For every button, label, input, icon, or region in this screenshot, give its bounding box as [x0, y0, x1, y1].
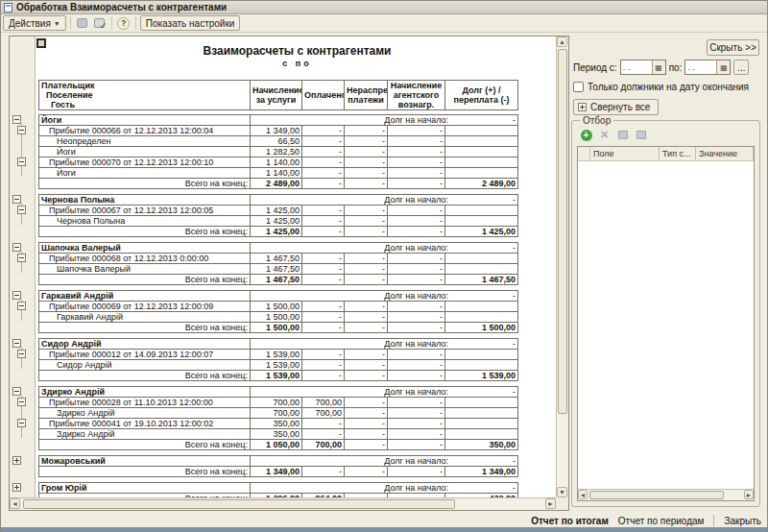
scroll-left-icon[interactable]: ◄ [10, 498, 20, 509]
collapse-group-icon[interactable] [12, 387, 21, 396]
amount-cell: - [345, 302, 388, 312]
scroll-right-icon[interactable]: ► [744, 490, 754, 499]
amount-cell: 1 050,00 [251, 440, 302, 450]
amount-cell [445, 419, 518, 429]
scroll-down-icon[interactable]: ▼ [557, 487, 567, 497]
amount-cell: - [388, 147, 445, 157]
chevron-down-icon: ▼ [54, 20, 60, 27]
expand-group-icon[interactable] [12, 456, 21, 465]
total-label-cell: Всего на конец: [39, 275, 251, 285]
vertical-scroll-thumb[interactable] [558, 49, 567, 414]
amount-cell [445, 126, 518, 136]
vertical-scrollbar[interactable]: ▲ ▼ [556, 36, 568, 497]
delete-filter-icon[interactable]: ✕ [598, 129, 611, 141]
filter-scroll-thumb[interactable] [589, 491, 724, 499]
window-title: Обработка Взаиморасчеты с контрагентами [16, 2, 227, 12]
collapse-document-icon[interactable] [17, 157, 26, 166]
group-header-row: Здирко АндрійДолг на начало:- [39, 387, 518, 398]
document-check-icon[interactable] [92, 15, 108, 31]
collapse-document-icon[interactable] [17, 419, 26, 427]
close-button[interactable]: Закрыть [724, 516, 761, 526]
total-label-cell: Всего на конец: [39, 440, 251, 450]
debtors-checkbox[interactable] [573, 82, 584, 92]
collapse-group-icon[interactable] [12, 195, 21, 204]
collapse-document-icon[interactable] [17, 126, 26, 134]
amount-cell: - [388, 398, 445, 408]
scroll-right-icon[interactable]: ► [545, 498, 556, 509]
amount-cell [445, 147, 518, 157]
main-toolbar: Действия ▼ ? Показать настройки [1, 14, 767, 33]
document-row: Прибытие 000012 от 14.09.2013 12:00:071 … [39, 350, 518, 360]
period-from-input[interactable] [621, 60, 652, 74]
amount-cell: - [388, 419, 445, 429]
collapse-document-icon[interactable] [17, 350, 26, 358]
amount-cell: 1 425,00 [251, 227, 302, 237]
period-to-label: по: [669, 62, 683, 73]
amount-cell: 350,00 [251, 429, 302, 440]
filter-horizontal-scrollbar[interactable]: ◄ ► [578, 489, 754, 500]
spreadsheet-corner-cell[interactable] [36, 38, 46, 48]
total-label-cell: Всего на конец: [39, 371, 251, 381]
amount-cell: - [302, 275, 345, 285]
collapse-all-button[interactable]: Свернуть все [573, 99, 659, 115]
collapse-group-icon[interactable] [12, 339, 21, 348]
amount-cell: - [388, 168, 445, 179]
filter-list[interactable]: Поле Тип с... Значение ◄ ► [577, 146, 755, 501]
amount-cell [445, 302, 518, 312]
collapse-document-icon[interactable] [17, 398, 26, 406]
amount-cell [445, 350, 518, 360]
window-icon [4, 3, 12, 12]
period-to-input[interactable] [685, 60, 716, 74]
add-filter-icon[interactable]: + [580, 129, 592, 141]
amount-cell: - [302, 126, 345, 136]
document-icon[interactable] [75, 15, 90, 31]
horizontal-scrollbar[interactable]: ◄ ► [10, 497, 556, 510]
amount-cell: 2 489,00 [445, 179, 518, 189]
collapse-document-icon[interactable] [17, 254, 26, 262]
report-group: Сидор АндрійДолг на начало:-Прибытие 000… [10, 338, 556, 381]
help-icon[interactable]: ? [116, 15, 132, 31]
collapse-document-icon[interactable] [17, 302, 26, 310]
amount-cell: - [388, 275, 445, 285]
collapse-document-icon[interactable] [17, 206, 26, 214]
amount-cell: - [302, 216, 345, 227]
report-header-row: ПлательщикПоселениеГостьНачислениеза усл… [39, 81, 518, 110]
collapse-group-icon[interactable] [12, 291, 21, 300]
period-ellipsis-button[interactable]: ... [733, 60, 749, 75]
report-by-periods-button[interactable]: Отчет по периодам [618, 516, 705, 526]
row-label-cell: Прибытие 000012 от 14.09.2013 12:00:07 [39, 350, 251, 360]
hide-settings-button[interactable]: Скрыть >> [707, 39, 759, 56]
group-header-row: Чернова ПолынаДолг на начало:- [39, 195, 518, 206]
amount-cell: - [345, 398, 388, 408]
row-label-cell: Прибытие 000028 от 11.10.2013 12:00:00 [39, 398, 251, 408]
collapse-group-icon[interactable] [12, 115, 21, 124]
amount-cell: - [388, 227, 445, 237]
amount-cell: - [345, 136, 388, 147]
period-row: Период с: ▦ по: ▦ ... [573, 59, 761, 76]
show-settings-button[interactable]: Показать настройки [140, 15, 241, 31]
group-total-row: Всего на конец:1 349,00---1 349,00 [39, 467, 518, 477]
amount-cell: - [302, 264, 345, 275]
total-label-cell: Всего на конец: [39, 323, 251, 333]
scroll-up-icon[interactable]: ▲ [557, 36, 567, 47]
actions-button[interactable]: Действия ▼ [3, 15, 66, 31]
guest-row: Здирко Андрій350,00--- [39, 429, 518, 440]
scroll-left-icon[interactable]: ◄ [578, 490, 588, 499]
amount-cell: - [388, 312, 445, 323]
group-total-row: Всего на конец:1 539,00---1 539,00 [39, 371, 518, 381]
calendar-icon[interactable]: ▦ [716, 60, 730, 74]
copy-filter-icon[interactable] [616, 129, 629, 141]
amount-cell: 1 140,00 [251, 157, 302, 168]
amount-cell: - [345, 408, 388, 419]
bottom-bar-separator [713, 515, 714, 526]
expand-group-icon[interactable] [12, 483, 21, 492]
document-row: Прибытие 000041 от 19.10.2013 12:00:0235… [39, 419, 518, 429]
horizontal-scroll-thumb[interactable] [23, 499, 455, 509]
amount-cell: - [388, 126, 445, 136]
collapse-group-icon[interactable] [12, 243, 21, 252]
calendar-icon[interactable]: ▦ [652, 60, 665, 74]
amount-cell: - [302, 168, 345, 179]
report-by-totals-button[interactable]: Отчет по итогам [531, 516, 609, 526]
amount-cell: - [345, 157, 388, 168]
paste-filter-icon[interactable] [635, 129, 647, 141]
